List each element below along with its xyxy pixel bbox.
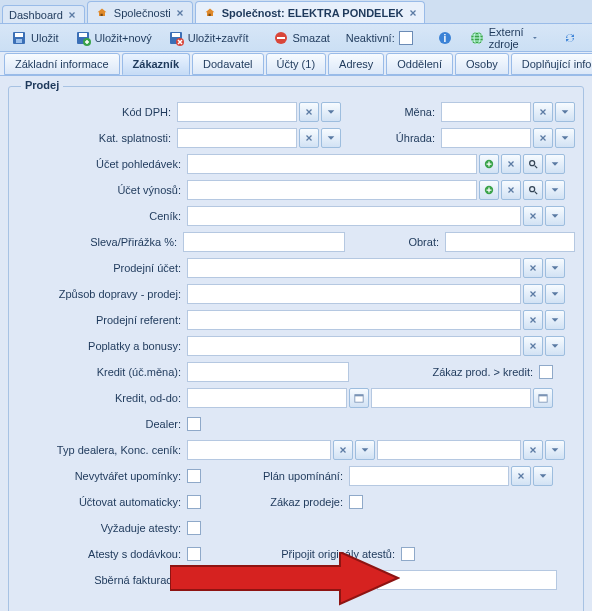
credit-to-input[interactable] bbox=[371, 388, 531, 408]
clear-icon[interactable] bbox=[299, 128, 319, 148]
disk-x-icon bbox=[168, 30, 184, 46]
refresh-button[interactable] bbox=[555, 27, 585, 49]
price-list-input[interactable] bbox=[187, 206, 521, 226]
chevron-down-icon[interactable] bbox=[321, 102, 341, 122]
revenue-account-input[interactable] bbox=[187, 180, 477, 200]
vat-code-input[interactable] bbox=[177, 102, 297, 122]
tab-accounts[interactable]: Účty (1) bbox=[266, 53, 327, 75]
btn-label: Uložit+zavřít bbox=[188, 32, 249, 44]
tab-addresses[interactable]: Adresy bbox=[328, 53, 384, 75]
end-price-list-input[interactable] bbox=[377, 440, 521, 460]
no-reminders-checkbox[interactable] bbox=[187, 469, 201, 483]
help-button[interactable] bbox=[587, 27, 592, 49]
attach-originals-checkbox[interactable] bbox=[401, 547, 415, 561]
save-close-button[interactable]: Uložit+zavřít bbox=[161, 27, 256, 49]
tab-departments[interactable]: Oddělení bbox=[386, 53, 453, 75]
clear-icon[interactable] bbox=[523, 284, 543, 304]
chevron-down-icon[interactable] bbox=[355, 440, 375, 460]
chevron-down-icon[interactable] bbox=[545, 284, 565, 304]
credit-input[interactable] bbox=[187, 362, 349, 382]
home-icon bbox=[202, 5, 218, 21]
chevron-down-icon[interactable] bbox=[555, 102, 575, 122]
add-icon[interactable] bbox=[479, 180, 499, 200]
dealer-type-input[interactable] bbox=[187, 440, 331, 460]
clear-icon[interactable] bbox=[501, 154, 521, 174]
clear-icon[interactable] bbox=[511, 466, 531, 486]
clear-icon[interactable] bbox=[501, 180, 521, 200]
clear-icon[interactable] bbox=[523, 440, 543, 460]
group-invoice-checkbox[interactable] bbox=[187, 573, 201, 587]
tab-additional-info[interactable]: Doplňující informac bbox=[511, 53, 592, 75]
close-icon[interactable] bbox=[67, 10, 78, 21]
save-button[interactable]: Uložit bbox=[4, 27, 66, 49]
tab-basic-info[interactable]: Základní informace bbox=[4, 53, 120, 75]
dealer-checkbox[interactable] bbox=[187, 417, 201, 431]
chevron-down-icon[interactable] bbox=[545, 440, 565, 460]
turnover-input[interactable] bbox=[445, 232, 575, 252]
sales-referent-input[interactable] bbox=[187, 310, 521, 330]
reminder-plan-input[interactable] bbox=[349, 466, 509, 486]
chevron-down-icon[interactable] bbox=[555, 128, 575, 148]
credit-label: Kredit (úč.měna): bbox=[17, 366, 187, 378]
auto-account-checkbox[interactable] bbox=[187, 495, 201, 509]
external-sources-button[interactable]: Externí zdroje bbox=[462, 23, 545, 53]
clear-icon[interactable] bbox=[523, 258, 543, 278]
close-icon[interactable] bbox=[175, 8, 186, 19]
no-reminders-label: Nevytvářet upomínky: bbox=[17, 470, 187, 482]
chevron-down-icon[interactable] bbox=[321, 128, 341, 148]
revenue-account-label: Účet výnosů: bbox=[17, 184, 187, 196]
refresh-icon bbox=[562, 30, 578, 46]
sales-ban-label: Zákaz prodeje: bbox=[201, 496, 349, 508]
chevron-down-icon[interactable] bbox=[545, 206, 565, 226]
discount-input[interactable] bbox=[183, 232, 345, 252]
chevron-down-icon[interactable] bbox=[545, 336, 565, 356]
payment-input[interactable] bbox=[441, 128, 531, 148]
tab-companies[interactable]: Společnosti bbox=[87, 1, 193, 23]
clear-icon[interactable] bbox=[523, 336, 543, 356]
payment-category-input[interactable] bbox=[177, 128, 297, 148]
close-icon[interactable] bbox=[407, 8, 418, 19]
clear-icon[interactable] bbox=[333, 440, 353, 460]
receivables-account-input[interactable] bbox=[187, 154, 477, 174]
inactive-toggle[interactable]: Neaktivní: bbox=[339, 28, 420, 48]
calendar-icon[interactable] bbox=[533, 388, 553, 408]
discount-label: Sleva/Přirážka %: bbox=[17, 236, 183, 248]
sub-tabs: Základní informace Zákazník Dodavatel Úč… bbox=[0, 52, 592, 76]
add-icon[interactable] bbox=[479, 154, 499, 174]
tab-supplier[interactable]: Dodavatel bbox=[192, 53, 264, 75]
clear-icon[interactable] bbox=[523, 310, 543, 330]
calendar-icon[interactable] bbox=[349, 388, 369, 408]
tab-people[interactable]: Osoby bbox=[455, 53, 509, 75]
tab-company-detail[interactable]: Společnost: ELEKTRA PONDELEK bbox=[195, 1, 426, 23]
clear-icon[interactable] bbox=[533, 102, 553, 122]
chevron-down-icon[interactable] bbox=[533, 466, 553, 486]
info-button[interactable] bbox=[430, 27, 460, 49]
sales-account-input[interactable] bbox=[187, 258, 521, 278]
fees-input[interactable] bbox=[187, 336, 521, 356]
requires-certs-checkbox[interactable] bbox=[187, 521, 201, 535]
search-icon[interactable] bbox=[523, 180, 543, 200]
delete-button[interactable]: Smazat bbox=[266, 27, 337, 49]
credit-from-input[interactable] bbox=[187, 388, 347, 408]
search-icon[interactable] bbox=[523, 154, 543, 174]
clear-icon[interactable] bbox=[523, 206, 543, 226]
group-invoice-label: Sběrná fakturace: bbox=[17, 574, 187, 586]
chevron-down-icon[interactable] bbox=[545, 310, 565, 330]
clear-icon[interactable] bbox=[533, 128, 553, 148]
info-icon bbox=[437, 30, 453, 46]
ban-over-credit-checkbox[interactable] bbox=[539, 365, 553, 379]
home-icon bbox=[94, 5, 110, 21]
tab-customer[interactable]: Zákazník bbox=[122, 53, 190, 75]
shipping-method-input[interactable] bbox=[187, 284, 521, 304]
currency-input[interactable] bbox=[441, 102, 531, 122]
chevron-down-icon[interactable] bbox=[545, 180, 565, 200]
tab-dashboard[interactable]: Dashboard bbox=[2, 5, 85, 23]
checkbox[interactable] bbox=[399, 31, 413, 45]
chevron-down-icon[interactable] bbox=[545, 154, 565, 174]
invoice-interval-input[interactable] bbox=[377, 570, 557, 590]
certs-with-delivery-checkbox[interactable] bbox=[187, 547, 201, 561]
save-new-button[interactable]: Uložit+nový bbox=[68, 27, 159, 49]
clear-icon[interactable] bbox=[299, 102, 319, 122]
chevron-down-icon[interactable] bbox=[545, 258, 565, 278]
sales-ban-checkbox[interactable] bbox=[349, 495, 363, 509]
